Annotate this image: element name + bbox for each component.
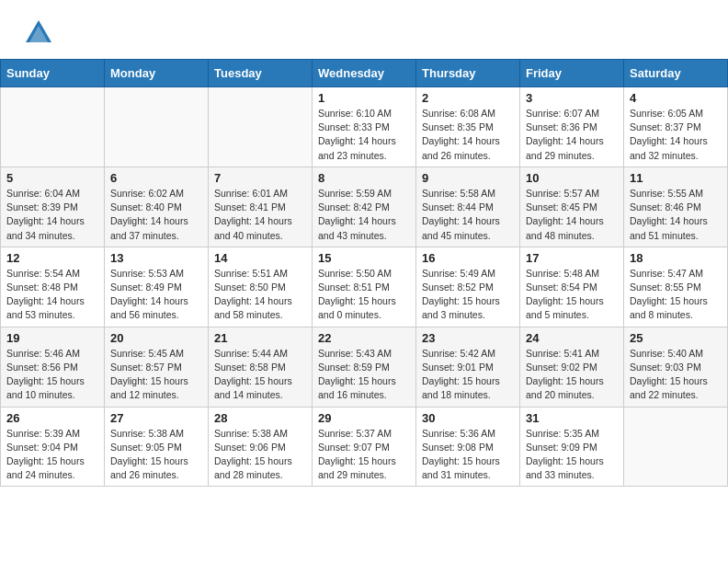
day-info: Sunrise: 6:01 AM Sunset: 8:41 PM Dayligh… xyxy=(214,187,306,243)
logo xyxy=(22,17,59,50)
day-info: Sunrise: 5:50 AM Sunset: 8:51 PM Dayligh… xyxy=(318,267,410,323)
day-number: 24 xyxy=(526,331,618,345)
day-number: 9 xyxy=(422,171,514,185)
day-info: Sunrise: 6:05 AM Sunset: 8:37 PM Dayligh… xyxy=(630,107,722,163)
day-number: 21 xyxy=(214,331,306,345)
page-header xyxy=(0,0,728,59)
day-info: Sunrise: 5:38 AM Sunset: 9:06 PM Dayligh… xyxy=(214,427,306,483)
day-number: 19 xyxy=(6,331,98,345)
calendar-week-row: 26Sunrise: 5:39 AM Sunset: 9:04 PM Dayli… xyxy=(1,407,728,487)
calendar-cell: 17Sunrise: 5:48 AM Sunset: 8:54 PM Dayli… xyxy=(520,247,624,327)
calendar-table: SundayMondayTuesdayWednesdayThursdayFrid… xyxy=(0,59,728,487)
day-number: 27 xyxy=(110,411,202,425)
calendar-cell: 14Sunrise: 5:51 AM Sunset: 8:50 PM Dayli… xyxy=(209,247,313,327)
calendar-cell: 24Sunrise: 5:41 AM Sunset: 9:02 PM Dayli… xyxy=(520,327,624,407)
day-number: 6 xyxy=(110,171,202,185)
calendar-cell: 15Sunrise: 5:50 AM Sunset: 8:51 PM Dayli… xyxy=(313,247,416,327)
calendar-cell: 26Sunrise: 5:39 AM Sunset: 9:04 PM Dayli… xyxy=(1,407,105,487)
day-info: Sunrise: 5:37 AM Sunset: 9:07 PM Dayligh… xyxy=(318,427,410,483)
weekday-header-thursday: Thursday xyxy=(416,60,520,87)
day-info: Sunrise: 5:47 AM Sunset: 8:55 PM Dayligh… xyxy=(630,267,722,323)
calendar-cell: 10Sunrise: 5:57 AM Sunset: 8:45 PM Dayli… xyxy=(520,167,624,247)
weekday-header-monday: Monday xyxy=(105,60,209,87)
day-info: Sunrise: 5:48 AM Sunset: 8:54 PM Dayligh… xyxy=(526,267,618,323)
day-number: 8 xyxy=(318,171,410,185)
day-info: Sunrise: 5:59 AM Sunset: 8:42 PM Dayligh… xyxy=(318,187,410,243)
day-number: 29 xyxy=(318,411,410,425)
calendar-cell: 27Sunrise: 5:38 AM Sunset: 9:05 PM Dayli… xyxy=(105,407,209,487)
calendar-cell: 9Sunrise: 5:58 AM Sunset: 8:44 PM Daylig… xyxy=(416,167,520,247)
calendar-cell: 2Sunrise: 6:08 AM Sunset: 8:35 PM Daylig… xyxy=(416,87,520,167)
day-number: 16 xyxy=(422,251,514,265)
weekday-header-saturday: Saturday xyxy=(624,60,728,87)
day-info: Sunrise: 5:38 AM Sunset: 9:05 PM Dayligh… xyxy=(110,427,202,483)
day-number: 3 xyxy=(526,91,618,105)
day-number: 1 xyxy=(318,91,410,105)
day-number: 30 xyxy=(422,411,514,425)
calendar-cell: 5Sunrise: 6:04 AM Sunset: 8:39 PM Daylig… xyxy=(1,167,105,247)
calendar-cell: 8Sunrise: 5:59 AM Sunset: 8:42 PM Daylig… xyxy=(313,167,416,247)
weekday-header-sunday: Sunday xyxy=(1,60,105,87)
calendar-cell: 23Sunrise: 5:42 AM Sunset: 9:01 PM Dayli… xyxy=(416,327,520,407)
calendar-cell: 20Sunrise: 5:45 AM Sunset: 8:57 PM Dayli… xyxy=(105,327,209,407)
calendar-cell xyxy=(105,87,209,167)
day-number: 22 xyxy=(318,331,410,345)
day-info: Sunrise: 5:54 AM Sunset: 8:48 PM Dayligh… xyxy=(6,267,98,323)
weekday-header-friday: Friday xyxy=(520,60,624,87)
day-info: Sunrise: 5:58 AM Sunset: 8:44 PM Dayligh… xyxy=(422,187,514,243)
day-number: 7 xyxy=(214,171,306,185)
calendar-cell: 3Sunrise: 6:07 AM Sunset: 8:36 PM Daylig… xyxy=(520,87,624,167)
day-info: Sunrise: 5:57 AM Sunset: 8:45 PM Dayligh… xyxy=(526,187,618,243)
day-number: 10 xyxy=(526,171,618,185)
day-info: Sunrise: 5:35 AM Sunset: 9:09 PM Dayligh… xyxy=(526,427,618,483)
day-number: 31 xyxy=(526,411,618,425)
logo-icon xyxy=(22,17,55,50)
day-number: 15 xyxy=(318,251,410,265)
day-number: 14 xyxy=(214,251,306,265)
calendar-cell: 11Sunrise: 5:55 AM Sunset: 8:46 PM Dayli… xyxy=(624,167,728,247)
calendar-cell: 30Sunrise: 5:36 AM Sunset: 9:08 PM Dayli… xyxy=(416,407,520,487)
calendar-cell: 18Sunrise: 5:47 AM Sunset: 8:55 PM Dayli… xyxy=(624,247,728,327)
calendar-cell: 7Sunrise: 6:01 AM Sunset: 8:41 PM Daylig… xyxy=(209,167,313,247)
calendar-cell: 1Sunrise: 6:10 AM Sunset: 8:33 PM Daylig… xyxy=(313,87,416,167)
day-info: Sunrise: 5:44 AM Sunset: 8:58 PM Dayligh… xyxy=(214,347,306,403)
calendar-week-row: 19Sunrise: 5:46 AM Sunset: 8:56 PM Dayli… xyxy=(1,327,728,407)
day-number: 5 xyxy=(6,171,98,185)
day-info: Sunrise: 5:53 AM Sunset: 8:49 PM Dayligh… xyxy=(110,267,202,323)
day-info: Sunrise: 5:45 AM Sunset: 8:57 PM Dayligh… xyxy=(110,347,202,403)
day-info: Sunrise: 6:08 AM Sunset: 8:35 PM Dayligh… xyxy=(422,107,514,163)
weekday-header-wednesday: Wednesday xyxy=(313,60,416,87)
day-number: 2 xyxy=(422,91,514,105)
day-info: Sunrise: 6:04 AM Sunset: 8:39 PM Dayligh… xyxy=(6,187,98,243)
day-number: 17 xyxy=(526,251,618,265)
day-info: Sunrise: 5:55 AM Sunset: 8:46 PM Dayligh… xyxy=(630,187,722,243)
calendar-cell xyxy=(1,87,105,167)
day-number: 11 xyxy=(630,171,722,185)
day-info: Sunrise: 6:10 AM Sunset: 8:33 PM Dayligh… xyxy=(318,107,410,163)
day-number: 28 xyxy=(214,411,306,425)
calendar-week-row: 1Sunrise: 6:10 AM Sunset: 8:33 PM Daylig… xyxy=(1,87,728,167)
day-number: 23 xyxy=(422,331,514,345)
day-info: Sunrise: 6:07 AM Sunset: 8:36 PM Dayligh… xyxy=(526,107,618,163)
calendar-wrapper: SundayMondayTuesdayWednesdayThursdayFrid… xyxy=(0,59,728,494)
day-info: Sunrise: 5:39 AM Sunset: 9:04 PM Dayligh… xyxy=(6,427,98,483)
day-info: Sunrise: 5:41 AM Sunset: 9:02 PM Dayligh… xyxy=(526,347,618,403)
day-number: 18 xyxy=(630,251,722,265)
day-number: 26 xyxy=(6,411,98,425)
calendar-cell: 25Sunrise: 5:40 AM Sunset: 9:03 PM Dayli… xyxy=(624,327,728,407)
weekday-header-row: SundayMondayTuesdayWednesdayThursdayFrid… xyxy=(1,60,728,87)
calendar-cell: 28Sunrise: 5:38 AM Sunset: 9:06 PM Dayli… xyxy=(209,407,313,487)
calendar-week-row: 12Sunrise: 5:54 AM Sunset: 8:48 PM Dayli… xyxy=(1,247,728,327)
day-info: Sunrise: 5:40 AM Sunset: 9:03 PM Dayligh… xyxy=(630,347,722,403)
day-info: Sunrise: 5:42 AM Sunset: 9:01 PM Dayligh… xyxy=(422,347,514,403)
calendar-week-row: 5Sunrise: 6:04 AM Sunset: 8:39 PM Daylig… xyxy=(1,167,728,247)
calendar-cell: 6Sunrise: 6:02 AM Sunset: 8:40 PM Daylig… xyxy=(105,167,209,247)
day-info: Sunrise: 6:02 AM Sunset: 8:40 PM Dayligh… xyxy=(110,187,202,243)
day-number: 13 xyxy=(110,251,202,265)
day-number: 4 xyxy=(630,91,722,105)
day-info: Sunrise: 5:43 AM Sunset: 8:59 PM Dayligh… xyxy=(318,347,410,403)
calendar-cell xyxy=(624,407,728,487)
calendar-cell: 4Sunrise: 6:05 AM Sunset: 8:37 PM Daylig… xyxy=(624,87,728,167)
calendar-cell: 16Sunrise: 5:49 AM Sunset: 8:52 PM Dayli… xyxy=(416,247,520,327)
calendar-cell: 19Sunrise: 5:46 AM Sunset: 8:56 PM Dayli… xyxy=(1,327,105,407)
